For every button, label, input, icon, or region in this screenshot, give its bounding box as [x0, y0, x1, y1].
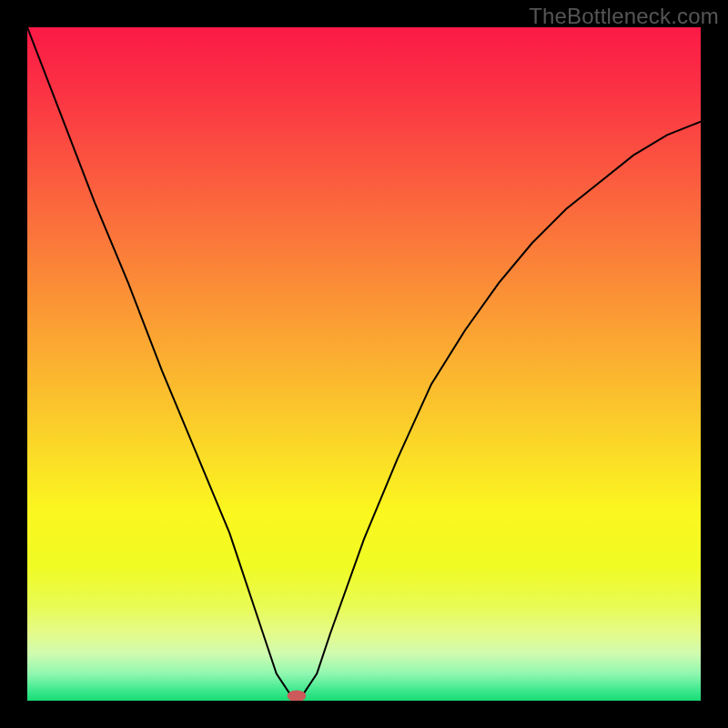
gradient-background	[27, 27, 701, 701]
watermark-text: TheBottleneck.com	[529, 4, 719, 29]
plot-area	[27, 27, 701, 701]
chart-frame: TheBottleneck.com	[0, 0, 728, 728]
bottleneck-chart	[27, 27, 701, 701]
